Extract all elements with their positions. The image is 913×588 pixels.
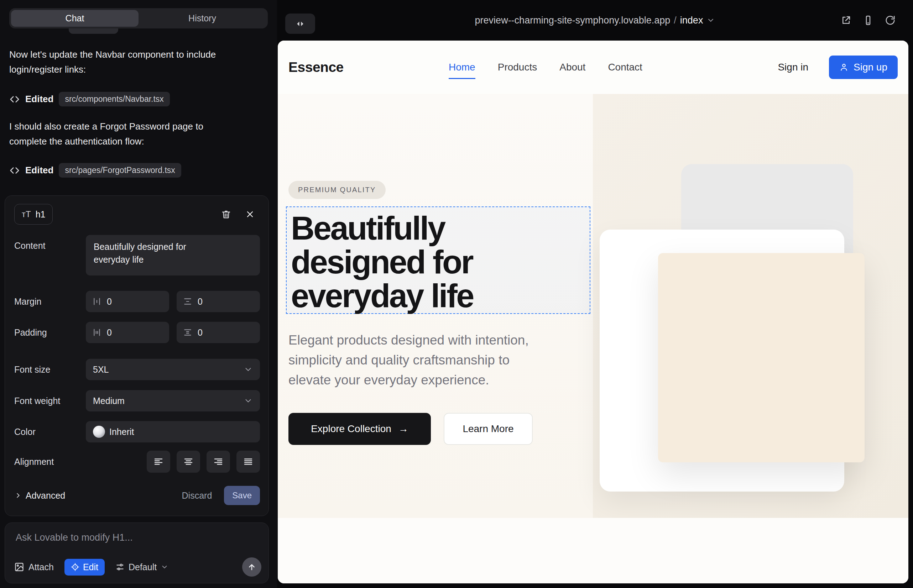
content-row: Content Beautifully designed for everyda…	[14, 235, 260, 276]
url-page: index	[680, 15, 703, 26]
hero-heading-line: everyday life	[291, 279, 590, 313]
hero-heading-line: Beautifully	[291, 212, 590, 245]
chevron-down-icon	[706, 16, 715, 24]
attach-button[interactable]: Attach	[14, 562, 54, 572]
save-button[interactable]: Save	[224, 486, 260, 505]
margin-horizontal-icon	[92, 297, 102, 306]
font-size-label: Font size	[14, 365, 86, 375]
padding-y-value: 0	[197, 328, 202, 338]
typography-icon: тT	[22, 209, 31, 219]
browser-actions	[841, 0, 895, 40]
edited-label: Edited	[25, 165, 53, 176]
align-justify-button[interactable]	[236, 451, 260, 473]
explore-collection-button[interactable]: Explore Collection →	[288, 413, 431, 445]
file-badge[interactable]: src/pages/ForgotPassword.tsx	[59, 163, 181, 178]
url-separator: /	[674, 15, 677, 26]
attach-label: Attach	[29, 562, 54, 572]
nav-link-home[interactable]: Home	[448, 61, 475, 73]
sign-up-label: Sign up	[853, 61, 887, 73]
font-size-value: 5XL	[93, 365, 239, 375]
alignment-row: Alignment	[14, 450, 260, 473]
font-size-select[interactable]: 5XL	[86, 359, 260, 380]
send-button[interactable]	[242, 557, 261, 577]
advanced-label: Advanced	[26, 491, 65, 501]
edited-file-row: Edited src/pages/ForgotPassword.tsx	[9, 163, 181, 178]
margin-label: Margin	[14, 297, 86, 307]
panel-tabs: Chat History	[9, 8, 268, 29]
paragraph-line: elevate your everyday experience.	[288, 370, 529, 390]
padding-label: Padding	[14, 328, 86, 338]
default-label: Default	[129, 562, 157, 572]
chat-input[interactable]	[16, 532, 258, 543]
image-icon	[14, 562, 24, 572]
content-field[interactable]: Beautifully designed for everyday life	[86, 235, 260, 276]
nav-link-contact[interactable]: Contact	[608, 61, 643, 73]
nav-link-products[interactable]: Products	[498, 61, 537, 73]
url-domain: preview--charming-site-symphony.lovable.…	[475, 15, 670, 26]
chat-sidebar: Chat History Now let's update the Navbar…	[0, 0, 277, 588]
code-icon	[9, 165, 20, 176]
padding-y-input[interactable]: 0	[176, 322, 260, 343]
font-weight-row: Font weight Medium	[14, 390, 260, 412]
margin-y-value: 0	[197, 297, 202, 307]
site-logo[interactable]: Essence	[288, 60, 344, 75]
chat-message: I should also create a Forgot Password p…	[9, 119, 243, 149]
hero-paragraph: Elegant products designed with intention…	[288, 330, 529, 390]
arrow-right-icon: →	[398, 423, 408, 435]
tab-history[interactable]: History	[139, 10, 266, 27]
decorative-card-cream	[658, 253, 864, 462]
learn-more-button[interactable]: Learn More	[444, 413, 533, 445]
hero-section: PREMIUM QUALITY Beautifully designed for…	[278, 94, 908, 518]
inspector-header: тT h1	[14, 204, 258, 225]
explore-label: Explore Collection	[311, 423, 391, 435]
url-bar[interactable]: preview--charming-site-symphony.lovable.…	[277, 0, 913, 40]
paragraph-line: simplicity and quality craftsmanship to	[288, 350, 529, 370]
chat-composer: Attach Edit Default	[5, 522, 269, 583]
nav-auth-group: Sign in Sign up	[778, 55, 898, 79]
discard-button[interactable]: Discard	[182, 491, 212, 501]
site-navbar: Essence Home Products About Contact Sign…	[278, 40, 908, 94]
refresh-button[interactable]	[885, 15, 895, 26]
model-default-button[interactable]: Default	[115, 562, 168, 572]
font-weight-value: Medium	[93, 396, 239, 406]
color-row: Color Inherit	[14, 421, 260, 443]
advanced-toggle[interactable]: Advanced	[14, 491, 65, 501]
arrow-up-icon	[247, 562, 256, 572]
sign-up-button[interactable]: Sign up	[829, 55, 898, 79]
open-in-new-tab-button[interactable]	[841, 15, 851, 26]
paragraph-line: Elegant products designed with intention…	[288, 330, 529, 350]
chevron-down-icon	[244, 365, 253, 374]
color-control[interactable]: Inherit	[86, 421, 260, 443]
padding-x-input[interactable]: 0	[86, 322, 169, 343]
select-element-icon	[71, 563, 79, 571]
alignment-label: Alignment	[14, 457, 86, 467]
margin-vertical-icon	[183, 297, 192, 306]
font-weight-select[interactable]: Medium	[86, 390, 260, 412]
selected-h1-element[interactable]: Beautifully designed for everyday life	[286, 207, 590, 314]
hero-heading-line: designed for	[291, 245, 590, 279]
margin-x-input[interactable]: 0	[86, 291, 169, 312]
close-inspector-button[interactable]	[242, 207, 258, 222]
tab-chat[interactable]: Chat	[11, 10, 139, 27]
composer-toolbar: Attach Edit Default	[14, 557, 261, 577]
edit-mode-button[interactable]: Edit	[65, 559, 105, 575]
sign-in-button[interactable]: Sign in	[778, 61, 808, 73]
collapse-panel-button[interactable]	[285, 13, 315, 34]
site-preview: Essence Home Products About Contact Sign…	[278, 40, 908, 583]
content-label: Content	[14, 235, 86, 251]
selected-tag-pill: тT h1	[14, 204, 53, 225]
margin-y-input[interactable]: 0	[176, 291, 260, 312]
padding-x-value: 0	[107, 328, 112, 338]
align-right-button[interactable]	[207, 451, 230, 473]
font-size-row: Font size 5XL	[14, 359, 260, 380]
delete-element-button[interactable]	[218, 206, 234, 223]
file-badge[interactable]: src/components/Navbar.tsx	[59, 92, 170, 107]
align-center-button[interactable]	[176, 451, 200, 473]
font-weight-label: Font weight	[14, 396, 86, 406]
element-inspector: тT h1 Content Beautifully designed for e…	[5, 195, 269, 516]
chat-message: Now let's update the Navbar component to…	[9, 47, 243, 77]
premium-quality-badge: PREMIUM QUALITY	[288, 181, 386, 199]
align-left-button[interactable]	[147, 451, 170, 473]
mobile-view-button[interactable]	[863, 15, 874, 26]
nav-link-about[interactable]: About	[559, 61, 585, 73]
